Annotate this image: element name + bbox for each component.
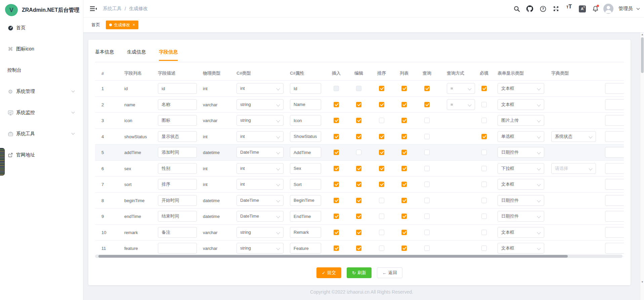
query-mode-select[interactable]: = xyxy=(447,99,475,110)
edit-checkbox[interactable] xyxy=(356,214,361,219)
extra-field-input[interactable] xyxy=(605,147,624,158)
csharp-property-input[interactable] xyxy=(290,195,321,206)
tab-generate-info[interactable]: 生成信息 xyxy=(127,49,146,61)
column-description-input[interactable] xyxy=(158,195,197,206)
list-checkbox[interactable] xyxy=(401,230,407,235)
sort-checkbox[interactable] xyxy=(379,134,384,139)
display-type-select[interactable]: 文本框 xyxy=(498,227,544,238)
sort-checkbox[interactable] xyxy=(379,166,384,171)
csharp-type-select[interactable]: string xyxy=(237,99,284,110)
insert-checkbox[interactable] xyxy=(334,166,339,171)
sidebar-item-console[interactable]: 控制台 xyxy=(0,62,83,79)
extra-field-input[interactable] xyxy=(605,99,624,110)
scroll-down-arrow-icon[interactable]: ▼ xyxy=(640,280,644,284)
csharp-property-input[interactable] xyxy=(290,99,321,110)
column-description-input[interactable] xyxy=(158,227,197,238)
insert-checkbox[interactable] xyxy=(334,214,339,219)
display-type-select[interactable]: 文本框 xyxy=(498,179,544,190)
edit-checkbox[interactable] xyxy=(356,86,361,91)
sidebar-item-system-mgmt[interactable]: ⚙ 系统管理 xyxy=(0,83,83,100)
sort-checkbox[interactable] xyxy=(379,102,384,107)
query-mode-select[interactable]: = xyxy=(447,83,475,94)
edit-checkbox[interactable] xyxy=(356,198,361,203)
list-checkbox[interactable] xyxy=(401,102,407,107)
edge-widget-handle[interactable] xyxy=(0,148,5,176)
scroll-up-arrow-icon[interactable]: ▲ xyxy=(640,33,644,37)
list-checkbox[interactable] xyxy=(401,198,407,203)
dict-type-select[interactable]: 请选择 xyxy=(551,163,596,174)
edit-checkbox[interactable] xyxy=(356,118,361,123)
sort-checkbox[interactable] xyxy=(379,214,384,219)
csharp-property-input[interactable] xyxy=(290,147,321,158)
extra-field-input[interactable] xyxy=(605,211,624,222)
edit-checkbox[interactable] xyxy=(356,230,361,235)
edit-checkbox[interactable] xyxy=(356,134,361,139)
insert-checkbox[interactable] xyxy=(334,86,339,91)
translate-icon[interactable]: A文 xyxy=(577,4,587,14)
csharp-property-input[interactable] xyxy=(290,115,321,126)
csharp-type-select[interactable]: int xyxy=(237,163,284,174)
notification-bell-icon[interactable] xyxy=(590,4,600,14)
breadcrumb-parent[interactable]: 系统工具 xyxy=(103,6,122,12)
csharp-type-select[interactable]: int xyxy=(237,83,284,94)
sidebar-item-home[interactable]: 首页 xyxy=(0,20,83,36)
tag-active-generate-edit[interactable]: 生成修改 × xyxy=(106,21,138,29)
extra-field-input[interactable] xyxy=(605,115,624,126)
sidebar-item-system-tools[interactable]: 系统工具 xyxy=(0,125,83,142)
edit-checkbox[interactable] xyxy=(356,150,361,155)
insert-checkbox[interactable] xyxy=(334,150,339,155)
list-checkbox[interactable] xyxy=(401,150,407,155)
sidebar-item-icons[interactable]: ⌘ 图标icon xyxy=(0,41,83,58)
display-type-select[interactable]: 文本框 xyxy=(498,83,544,94)
csharp-type-select[interactable]: int xyxy=(237,179,284,190)
refresh-button[interactable]: ↻ 刷新 xyxy=(347,267,372,278)
display-type-select[interactable]: 图片上传 xyxy=(498,115,544,126)
column-description-input[interactable] xyxy=(158,83,197,94)
user-name[interactable]: 管理员 xyxy=(618,6,633,12)
sidebar-item-official-site[interactable]: 官网地址 xyxy=(0,147,83,163)
column-description-input[interactable] xyxy=(158,147,197,158)
query-checkbox[interactable] xyxy=(424,182,430,187)
required-checkbox[interactable] xyxy=(481,246,487,251)
list-checkbox[interactable] xyxy=(401,214,407,219)
insert-checkbox[interactable] xyxy=(334,230,339,235)
dict-type-select[interactable]: 系统状态 xyxy=(551,131,596,142)
font-size-icon[interactable]: TT xyxy=(564,4,574,14)
column-description-input[interactable] xyxy=(158,115,197,126)
tab-basic-info[interactable]: 基本信息 xyxy=(95,49,114,61)
csharp-property-input[interactable] xyxy=(290,163,321,174)
insert-checkbox[interactable] xyxy=(334,182,339,187)
list-checkbox[interactable] xyxy=(401,118,407,123)
column-description-input[interactable] xyxy=(158,243,197,254)
required-checkbox[interactable] xyxy=(481,118,487,123)
required-checkbox[interactable] xyxy=(481,214,487,219)
fullscreen-icon[interactable] xyxy=(551,4,561,14)
extra-field-input[interactable] xyxy=(605,163,624,174)
tag-close-icon[interactable]: × xyxy=(133,23,135,27)
extra-field-input[interactable] xyxy=(605,83,624,94)
insert-checkbox[interactable] xyxy=(334,102,339,107)
extra-field-input[interactable] xyxy=(605,179,624,190)
extra-field-input[interactable] xyxy=(605,243,624,254)
extra-field-input[interactable] xyxy=(605,195,624,206)
query-checkbox[interactable] xyxy=(424,166,430,171)
required-checkbox[interactable] xyxy=(481,166,487,171)
list-checkbox[interactable] xyxy=(401,134,407,139)
display-type-select[interactable]: 日期控件 xyxy=(498,211,544,222)
extra-field-input[interactable] xyxy=(605,227,624,238)
sort-checkbox[interactable] xyxy=(379,198,384,203)
display-type-select[interactable]: 下拉框 xyxy=(498,163,544,174)
required-checkbox[interactable] xyxy=(481,86,487,91)
list-checkbox[interactable] xyxy=(401,246,407,251)
csharp-type-select[interactable]: DateTime xyxy=(237,211,284,222)
display-type-select[interactable]: 文本框 xyxy=(498,243,544,254)
tab-field-info[interactable]: 字段信息 xyxy=(159,49,178,61)
search-icon[interactable] xyxy=(512,4,522,14)
user-menu-chevron-icon[interactable] xyxy=(636,8,640,10)
avatar[interactable] xyxy=(603,4,613,14)
csharp-property-input[interactable] xyxy=(290,227,321,238)
csharp-property-input[interactable] xyxy=(290,83,321,94)
app-logo[interactable]: V ZRAdmin.NET后台管理 xyxy=(5,4,80,16)
list-checkbox[interactable] xyxy=(401,182,407,187)
sort-checkbox[interactable] xyxy=(379,86,384,91)
